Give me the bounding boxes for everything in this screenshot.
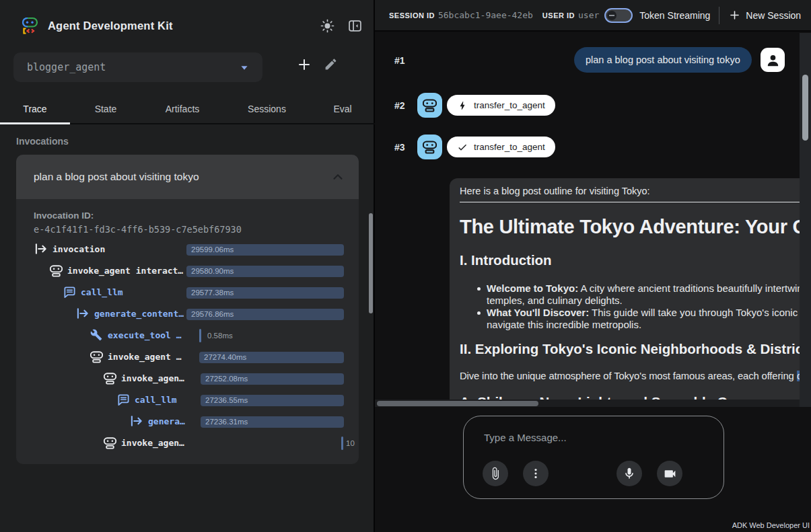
tab-eval[interactable]: Eval [310,94,375,123]
divider [460,202,800,202]
agent-avatar [417,135,442,159]
user-avatar [761,48,785,72]
scrollbar-thumb[interactable] [377,401,538,406]
agent-avatar [417,93,442,118]
tab-trace[interactable]: Trace [0,94,70,123]
scrollbar-thumb[interactable] [802,75,808,141]
event-number[interactable]: #3 [394,142,405,153]
tab-artifacts[interactable]: Artifacts [141,94,223,123]
duration-bar: 27236.55ms [201,395,344,406]
span-label: execute_tool … [108,330,182,340]
invocation-title: plan a blog post about visiting tokyo [34,171,199,183]
theme-toggle-button[interactable] [320,18,335,34]
invocation-arrow-icon [35,243,48,254]
pencil-icon [324,57,338,71]
robot-icon [423,98,437,112]
invocation-card-header[interactable]: plan a blog post about visiting tokyo [16,155,359,199]
trace-row[interactable]: invoke_agen… 10 [16,437,359,449]
chat-area: #1 plan a blog post about visiting tokyo… [375,33,800,400]
duration-bar: 29599.06ms [186,244,344,256]
chip-label: transfer_to_agent [474,142,545,152]
duration-bar: 27252.08ms [201,373,344,385]
chevron-down-icon [237,60,252,75]
agent-select-value: blogger_agent [27,61,106,73]
blog-title: The Ultimate Tokyo Adventure: Your Gu [460,216,800,238]
videocam-icon [663,467,677,481]
adk-app: Agent Development Kit blogger_agent Trac… [0,0,811,532]
agent-select[interactable]: blogger_agent [13,52,262,82]
more-vert-icon [529,467,542,480]
agent-robot-icon [104,372,116,385]
trace-row[interactable]: invocation 29599.06ms [16,243,359,256]
attach-file-button[interactable] [483,461,508,486]
bullet-line: navigate this incredible metropolis. [487,319,641,330]
blog-cut-heading: A. Shibuya: Neon Lights and Scramble Cro… [460,394,756,400]
bullet-dot [477,287,481,291]
trace-row[interactable]: call_llm 27236.55ms [16,394,359,406]
adk-logo-icon [20,16,39,35]
microphone-button[interactable] [616,461,642,486]
bullet-line: Welcome to Tokyo: A city where ancient t… [487,282,800,294]
span-label: genera… [148,416,185,426]
topbar-divider [719,7,719,24]
message-input[interactable] [483,431,698,444]
span-label: invoke_agen… [121,373,184,383]
duration-bar: 29576.86ms [186,309,344,320]
trace-row[interactable]: invoke_agent interact… 29580.90ms [16,265,359,277]
span-label: invocation [52,244,105,254]
trace-row[interactable]: genera… 27236.31ms [16,416,359,428]
trace-row[interactable]: generate_content… 29576.86ms [16,308,359,320]
span-label: invoke_agent interact… [67,266,183,276]
function-response-chip[interactable]: transfer_to_agent [447,137,555,157]
span-label: call_llm [81,287,123,297]
duration-bar: 27274.40ms [199,352,344,363]
agent-robot-icon [50,264,63,277]
duration-tick [341,436,343,450]
span-label: call_llm [135,395,177,405]
chip-label: transfer_to_agent [474,100,545,110]
blog-paragraph: Dive into the unique atmosphere of Tokyo… [460,371,800,381]
more-options-button[interactable] [523,461,549,486]
app-title: Agent Development Kit [48,20,173,32]
chat-bubble-icon [63,286,76,299]
new-session-button[interactable]: New Session [728,9,801,22]
bolt-icon [457,100,468,111]
wrench-icon [90,329,102,341]
blog-section-2: II. Exploring Tokyo's Iconic Neighborhoo… [460,341,800,357]
collapse-panel-button[interactable] [347,18,363,34]
plus-icon [728,9,741,22]
duration-bar: 29580.90ms [186,266,344,277]
check-icon [457,142,468,153]
token-streaming-toggle[interactable] [604,8,633,23]
duration-bar: 29577.38ms [186,287,344,299]
chevron-up-icon[interactable] [330,169,345,184]
footer-note: ADK Web Developer UI [732,521,810,529]
trace-row[interactable]: execute_tool … 0.58ms [16,330,359,342]
add-session-button[interactable] [296,56,312,73]
token-streaming-label: Token Streaming [639,10,710,21]
event-number[interactable]: #1 [394,55,405,66]
invocations-label: Invocations [16,136,69,147]
event-number[interactable]: #2 [394,100,405,111]
trace-row[interactable]: call_llm 29577.38ms [16,287,359,299]
left-scrollbar[interactable] [369,213,373,313]
tab-sessions[interactable]: Sessions [223,94,310,123]
user-message-bubble: plan a blog post about visiting tokyo [574,47,752,73]
tab-state[interactable]: State [70,94,141,123]
function-call-chip[interactable]: transfer_to_agent [447,95,555,116]
user-id-label: USER ID [542,11,575,20]
paperclip-icon [489,467,502,480]
side-panel-icon [347,18,363,34]
trace-row[interactable]: invoke_agen… 27252.08ms [16,373,359,385]
chat-horizontal-scrollbar[interactable] [375,400,800,407]
edit-agent-button[interactable] [324,57,338,71]
left-panel: Agent Development Kit blogger_agent Trac… [0,0,375,532]
trace-row[interactable]: invoke_agent … 27274.40ms [16,351,359,363]
invocation-id-label: Invocation ID: [34,211,94,221]
sun-icon [320,18,335,34]
camera-button[interactable] [657,461,682,486]
chat-vertical-scrollbar[interactable] [800,33,811,407]
agent-robot-icon [104,436,116,449]
duration-bar: 27236.31ms [201,416,344,428]
person-icon [765,52,781,68]
